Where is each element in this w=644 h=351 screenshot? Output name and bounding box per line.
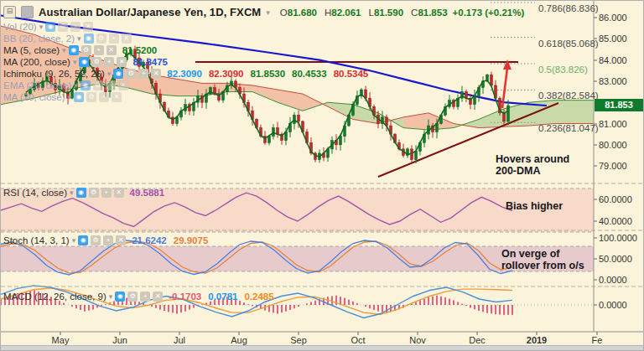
visibility-eye-icon[interactable]: ◉ bbox=[69, 45, 79, 55]
settings-gear-icon[interactable]: ⚙ bbox=[93, 80, 103, 90]
price-axis-label: 0.0000 bbox=[599, 275, 627, 285]
legend-caret-icon[interactable]: ▾ bbox=[72, 236, 76, 245]
stoch-legend-value: 29.9075 bbox=[174, 235, 209, 245]
visibility-eye-icon[interactable]: ◉ bbox=[76, 188, 86, 198]
remove-close-icon[interactable]: ✕ bbox=[122, 34, 132, 44]
price-axis-label: 0.0000 bbox=[599, 300, 627, 310]
add-plus-icon[interactable]: + bbox=[138, 69, 148, 79]
toolbar-chip-icon[interactable] bbox=[21, 6, 34, 18]
fib-level-label: 0.382(82.584) bbox=[538, 90, 599, 101]
settings-gear-icon[interactable]: ⚙ bbox=[58, 22, 68, 32]
add-plus-icon[interactable]: + bbox=[106, 80, 116, 90]
settings-gear-icon[interactable]: ⚙ bbox=[91, 235, 101, 245]
visibility-eye-icon[interactable]: ◉ bbox=[74, 92, 84, 102]
stoch-legend-value: 21.6242 bbox=[132, 235, 167, 245]
remove-close-icon[interactable]: ✕ bbox=[118, 80, 128, 90]
remove-close-icon[interactable]: ✕ bbox=[153, 292, 163, 302]
price-axis-label: 86.000 bbox=[599, 13, 627, 23]
rsi-legend-value: 49.5881 bbox=[130, 188, 165, 198]
remove-close-icon[interactable]: ✕ bbox=[117, 57, 127, 67]
time-axis-label: Sep bbox=[290, 335, 307, 345]
add-plus-icon[interactable]: + bbox=[103, 235, 113, 245]
settings-gear-icon[interactable]: ⚙ bbox=[86, 92, 96, 102]
symbol-dropdown-icon[interactable]: ▾ bbox=[266, 8, 270, 17]
annotation-rollover: On verge ofrollover from o/s bbox=[501, 248, 584, 271]
add-plus-icon[interactable]: + bbox=[109, 34, 119, 44]
visibility-eye-icon[interactable]: ◉ bbox=[84, 34, 94, 44]
remove-close-icon[interactable]: ✕ bbox=[116, 235, 126, 245]
price-axis-label: 100.0000 bbox=[599, 233, 637, 243]
macd-legend-values: -0.17030.07810.2485 bbox=[169, 292, 273, 302]
visibility-eye-icon[interactable]: ◉ bbox=[45, 22, 55, 32]
macd-legend-label: MACD (12, 26, close, 9) bbox=[3, 292, 106, 302]
add-plus-icon[interactable]: + bbox=[140, 292, 150, 302]
legend-caret-icon[interactable]: ▾ bbox=[68, 93, 72, 101]
time-axis-label: May bbox=[52, 335, 70, 345]
rsi-legend[interactable]: RSI (14, close)▾◉⚙+✕49.5881 bbox=[3, 187, 164, 198]
remove-close-icon[interactable]: ✕ bbox=[114, 188, 124, 198]
price-axis-label: 79.000 bbox=[599, 161, 627, 171]
add-plus-icon[interactable]: + bbox=[70, 22, 80, 32]
change-readout: +0.173 (+0.21%) bbox=[453, 8, 525, 18]
indicator-legend-ichimoku-value: 80.4533 bbox=[292, 69, 327, 79]
layout-grid-icon[interactable]: ⊟ bbox=[3, 6, 16, 18]
settings-gear-icon[interactable]: ⚙ bbox=[126, 69, 136, 79]
add-plus-icon[interactable]: + bbox=[101, 188, 112, 198]
rsi-legend-values: 49.5881 bbox=[130, 188, 165, 198]
legend-caret-icon[interactable]: ▾ bbox=[70, 188, 74, 197]
settings-gear-icon[interactable]: ⚙ bbox=[91, 57, 101, 67]
indicator-legend-vol-label: Vol (20) bbox=[3, 22, 37, 32]
price-axis-label: 85.000 bbox=[599, 34, 627, 44]
legend-caret-icon[interactable]: ▾ bbox=[73, 58, 77, 66]
indicator-legend-bb[interactable]: BB (20, close, 2)▾◉⚙+✕ bbox=[3, 33, 132, 44]
legend-caret-icon[interactable]: ▾ bbox=[39, 23, 44, 31]
settings-gear-icon[interactable]: ⚙ bbox=[81, 45, 91, 55]
indicator-legend-ma-label: MA (20, close) bbox=[3, 92, 65, 102]
macd-legend-value: -0.1703 bbox=[169, 292, 201, 302]
settings-gear-icon[interactable]: ⚙ bbox=[89, 188, 99, 198]
visibility-eye-icon[interactable]: ◉ bbox=[80, 80, 91, 90]
open-key: O bbox=[280, 8, 288, 18]
settings-gear-icon[interactable]: ⚙ bbox=[96, 34, 106, 44]
price-axis-label: 40.0000 bbox=[599, 216, 632, 226]
price-axis-label: 80.000 bbox=[599, 140, 627, 150]
fib-level-label: 0.786(86.836) bbox=[538, 3, 599, 13]
indicator-legend-ma[interactable]: MA (20, close)▾◉⚙+✕ bbox=[3, 91, 122, 102]
indicator-legend-ma[interactable]: MA (5, close)▾◉⚙+✕81.5200 bbox=[3, 44, 157, 55]
visibility-eye-icon[interactable]: ◉ bbox=[78, 235, 88, 245]
price-axis-label: 81.000 bbox=[599, 119, 627, 129]
add-plus-icon[interactable]: + bbox=[99, 92, 109, 102]
settings-gear-icon[interactable]: ⚙ bbox=[127, 292, 138, 302]
indicator-legend-ema[interactable]: EMA (20, close)▾◉⚙+✕ bbox=[3, 80, 128, 90]
indicator-legend-vol[interactable]: Vol (20)▾◉⚙+✕ bbox=[3, 21, 93, 32]
annotation-bias-higher: Bias higher bbox=[506, 200, 563, 212]
legend-caret-icon[interactable]: ▾ bbox=[109, 292, 113, 301]
stoch-legend[interactable]: Stoch (14, 3, 1)▾◉⚙+✕21.624229.9075 bbox=[3, 235, 208, 245]
annotation-200dma: Hovers around200-DMA bbox=[496, 153, 569, 177]
legend-caret-icon[interactable]: ▾ bbox=[107, 70, 112, 78]
add-plus-icon[interactable]: + bbox=[94, 45, 104, 55]
visibility-eye-icon[interactable]: ◉ bbox=[79, 57, 89, 67]
macd-legend[interactable]: MACD (12, 26, close, 9)▾◉⚙+✕-0.17030.078… bbox=[3, 291, 274, 302]
indicator-legend-ichimoku-values: 82.309082.309081.853080.453380.5345 bbox=[167, 69, 368, 79]
visibility-eye-icon[interactable]: ◉ bbox=[113, 69, 123, 79]
remove-close-icon[interactable]: ✕ bbox=[106, 45, 117, 55]
legend-caret-icon[interactable]: ▾ bbox=[62, 46, 66, 54]
remove-close-icon[interactable]: ✕ bbox=[151, 69, 161, 79]
indicator-legend-ichimoku[interactable]: Ichimoku (9, 26, 52, 26)▾◉⚙+✕82.309082.3… bbox=[3, 68, 368, 79]
visibility-eye-icon[interactable]: ◉ bbox=[115, 292, 125, 302]
fib-level-label: 0.236(81.047) bbox=[538, 123, 599, 133]
price-axis-label: 60.0000 bbox=[599, 194, 632, 204]
symbol-title[interactable]: Australian Dollar/Japanese Yen, 1D, FXCM bbox=[39, 6, 261, 18]
indicator-legend-ma[interactable]: MA (200, close)▾◉⚙+✕81.8475 bbox=[3, 56, 168, 67]
close-value: 81.853 bbox=[418, 8, 447, 18]
add-plus-icon[interactable]: + bbox=[104, 57, 114, 67]
time-axis-label: Jul bbox=[174, 335, 185, 345]
price-axis-label: 83.000 bbox=[599, 76, 627, 86]
low-value: 81.590 bbox=[374, 8, 403, 18]
remove-close-icon[interactable]: ✕ bbox=[112, 92, 122, 102]
remove-close-icon[interactable]: ✕ bbox=[83, 22, 93, 32]
legend-caret-icon[interactable]: ▾ bbox=[74, 81, 78, 90]
legend-caret-icon[interactable]: ▾ bbox=[77, 34, 81, 43]
bottom-scroll-strip[interactable] bbox=[1, 345, 644, 351]
